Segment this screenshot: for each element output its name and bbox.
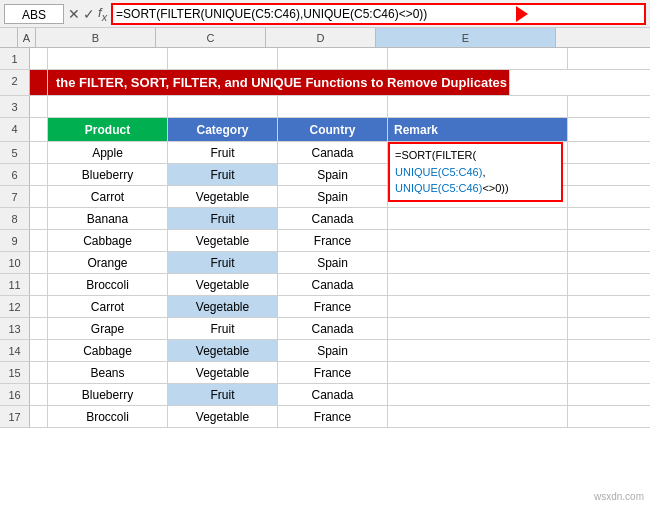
rownum-12: 12 <box>0 296 30 317</box>
cell-7a[interactable] <box>30 186 48 207</box>
col-header-c[interactable]: C <box>156 28 266 47</box>
cell-15c[interactable]: Vegetable <box>168 362 278 383</box>
cell-5b[interactable]: Apple <box>48 142 168 163</box>
cell-16c[interactable]: Fruit <box>168 384 278 405</box>
cell-10d[interactable]: Spain <box>278 252 388 273</box>
cell-11c[interactable]: Vegetable <box>168 274 278 295</box>
rownum-6: 6 <box>0 164 30 185</box>
cell-1a[interactable] <box>30 48 48 69</box>
remark-arg1: UNIQUE(C5:C46) <box>395 166 482 178</box>
cell-2a[interactable] <box>30 70 48 95</box>
cell-12e[interactable] <box>388 296 568 317</box>
cell-13e[interactable] <box>388 318 568 339</box>
cell-13c[interactable]: Fruit <box>168 318 278 339</box>
cell-10c[interactable]: Fruit <box>168 252 278 273</box>
red-arrow-indicator <box>516 6 528 22</box>
cell-1c[interactable] <box>168 48 278 69</box>
cell-11a[interactable] <box>30 274 48 295</box>
cell-17a[interactable] <box>30 406 48 427</box>
cell-10b[interactable]: Orange <box>48 252 168 273</box>
cell-14b[interactable]: Cabbage <box>48 340 168 361</box>
col-header-a[interactable]: A <box>18 28 36 47</box>
col-header-e[interactable]: E <box>376 28 556 47</box>
cell-7c[interactable]: Vegetable <box>168 186 278 207</box>
cell-8c[interactable]: Fruit <box>168 208 278 229</box>
name-box[interactable]: ABS <box>4 4 64 24</box>
cell-8a[interactable] <box>30 208 48 229</box>
function-icon[interactable]: fx <box>98 5 107 23</box>
cell-9a[interactable] <box>30 230 48 251</box>
cell-14a[interactable] <box>30 340 48 361</box>
row-3: 3 <box>0 96 650 118</box>
cell-14d[interactable]: Spain <box>278 340 388 361</box>
cell-8e[interactable] <box>388 208 568 229</box>
cell-4d-country[interactable]: Country <box>278 118 388 141</box>
confirm-icon[interactable]: ✓ <box>83 6 95 22</box>
cell-6d[interactable]: Spain <box>278 164 388 185</box>
remark-line1: =SORT(FILTER( <box>395 149 476 161</box>
cell-9e[interactable] <box>388 230 568 251</box>
rownum-13: 13 <box>0 318 30 339</box>
cell-15a[interactable] <box>30 362 48 383</box>
cell-12d[interactable]: France <box>278 296 388 317</box>
cell-4e-remark[interactable]: Remark <box>388 118 568 141</box>
cell-9d[interactable]: France <box>278 230 388 251</box>
cell-15e[interactable] <box>388 362 568 383</box>
cell-11e[interactable] <box>388 274 568 295</box>
cell-16a[interactable] <box>30 384 48 405</box>
cell-11b[interactable]: Broccoli <box>48 274 168 295</box>
cell-13d[interactable]: Canada <box>278 318 388 339</box>
formula-bar[interactable]: =SORT(FILTER(UNIQUE(C5:C46),UNIQUE(C5:C4… <box>111 3 646 25</box>
row-15: 15 Beans Vegetable France <box>0 362 650 384</box>
rownum-7: 7 <box>0 186 30 207</box>
cell-1e[interactable] <box>388 48 568 69</box>
cell-6b[interactable]: Blueberry <box>48 164 168 185</box>
col-header-b[interactable]: B <box>36 28 156 47</box>
remark-arg2: UNIQUE(C5:C46) <box>395 182 482 194</box>
cell-13a[interactable] <box>30 318 48 339</box>
cell-3d[interactable] <box>278 96 388 117</box>
cell-9c[interactable]: Vegetable <box>168 230 278 251</box>
cell-1b[interactable] <box>48 48 168 69</box>
cell-3a[interactable] <box>30 96 48 117</box>
cell-6c[interactable]: Fruit <box>168 164 278 185</box>
cell-12b[interactable]: Carrot <box>48 296 168 317</box>
cell-7d[interactable]: Spain <box>278 186 388 207</box>
cancel-icon[interactable]: ✕ <box>68 6 80 22</box>
cell-10e[interactable] <box>388 252 568 273</box>
cell-10a[interactable] <box>30 252 48 273</box>
cell-17e[interactable] <box>388 406 568 427</box>
cell-3c[interactable] <box>168 96 278 117</box>
cell-3b[interactable] <box>48 96 168 117</box>
cell-17c[interactable]: Vegetable <box>168 406 278 427</box>
cell-15b[interactable]: Beans <box>48 362 168 383</box>
cell-15d[interactable]: France <box>278 362 388 383</box>
cell-12c[interactable]: Vegetable <box>168 296 278 317</box>
col-header-d[interactable]: D <box>266 28 376 47</box>
rownum-8: 8 <box>0 208 30 229</box>
cell-9b[interactable]: Cabbage <box>48 230 168 251</box>
cell-16e[interactable] <box>388 384 568 405</box>
cell-5d[interactable]: Canada <box>278 142 388 163</box>
cell-4b-product[interactable]: Product <box>48 118 168 141</box>
cell-17b[interactable]: Broccoli <box>48 406 168 427</box>
cell-11d[interactable]: Canada <box>278 274 388 295</box>
cell-16d[interactable]: Canada <box>278 384 388 405</box>
cell-14e[interactable] <box>388 340 568 361</box>
cell-4a[interactable] <box>30 118 48 141</box>
cell-6a[interactable] <box>30 164 48 185</box>
cell-1d[interactable] <box>278 48 388 69</box>
cell-3e[interactable] <box>388 96 568 117</box>
cell-13b[interactable]: Grape <box>48 318 168 339</box>
cell-4c-category[interactable]: Category <box>168 118 278 141</box>
cell-17d[interactable]: France <box>278 406 388 427</box>
cell-16b[interactable]: Blueberry <box>48 384 168 405</box>
cell-8b[interactable]: Banana <box>48 208 168 229</box>
cell-8d[interactable]: Canada <box>278 208 388 229</box>
cell-14c[interactable]: Vegetable <box>168 340 278 361</box>
cell-12a[interactable] <box>30 296 48 317</box>
cell-7b[interactable]: Carrot <box>48 186 168 207</box>
cell-5c[interactable]: Fruit <box>168 142 278 163</box>
cell-5a[interactable] <box>30 142 48 163</box>
row-4: 4 Product Category Country Remark <box>0 118 650 142</box>
